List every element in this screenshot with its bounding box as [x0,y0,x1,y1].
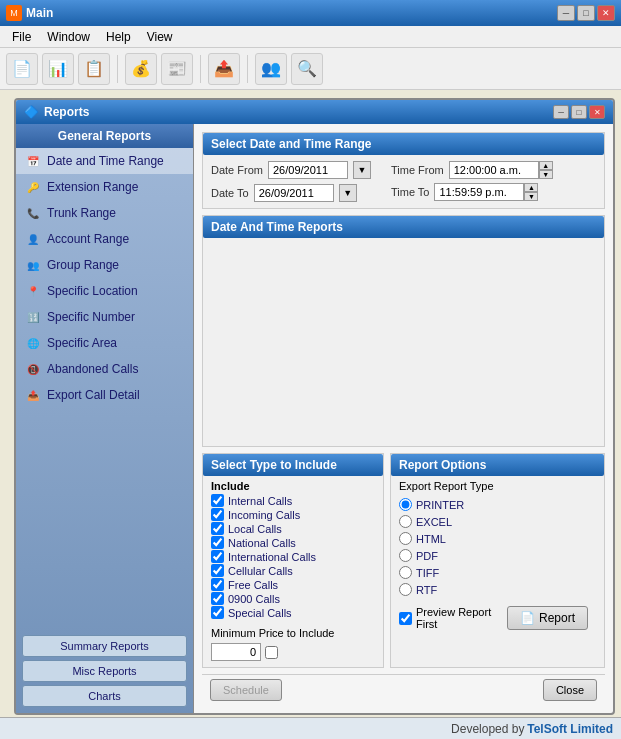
brand-text: TelSoft Limited [527,722,613,736]
sidebar-item-extension[interactable]: 🔑 Extension Range [16,174,193,200]
toolbar-users-icon[interactable]: 👥 [255,53,287,85]
toolbar-separator-3 [247,55,248,83]
radio-excel-input[interactable] [399,515,412,528]
time-from-input[interactable] [449,161,539,179]
internal-calls-checkbox[interactable] [211,494,224,507]
radio-tiff-input[interactable] [399,566,412,579]
select-type-header: Select Type to Include [203,454,383,476]
min-price-checkbox[interactable] [265,646,278,659]
schedule-button[interactable]: Schedule [210,679,282,701]
radio-tiff: TIFF [399,566,596,579]
charts-btn[interactable]: Charts [22,685,187,707]
report-btn-icon: 📄 [520,611,535,625]
reports-title-bar: 🔷 Reports ─ □ ✕ [16,100,613,124]
report-button[interactable]: 📄 Report [507,606,588,630]
reports-close[interactable]: ✕ [589,105,605,119]
national-calls-checkbox[interactable] [211,536,224,549]
reports-title: Reports [44,105,89,119]
sidebar-item-specific-area[interactable]: 🌐 Specific Area [16,330,193,356]
sidebar-item-export[interactable]: 📤 Export Call Detail [16,382,193,408]
radio-rtf-input[interactable] [399,583,412,596]
toolbar-news-icon[interactable]: 📰 [161,53,193,85]
maximize-button[interactable]: □ [577,5,595,21]
close-button-bottom[interactable]: Close [543,679,597,701]
local-calls-label: Local Calls [228,523,282,535]
summary-reports-btn[interactable]: Summary Reports [22,635,187,657]
date-to-picker[interactable]: ▼ [339,184,357,202]
0900-calls-checkbox[interactable] [211,592,224,605]
toolbar-search-icon[interactable]: 🔍 [291,53,323,85]
menu-view[interactable]: View [139,28,181,46]
time-from-up[interactable]: ▲ [539,161,553,170]
sidebar-item-date-time-label: Date and Time Range [47,154,164,168]
radio-list: PRINTER EXCEL HTML PDF [391,494,604,600]
time-to-up[interactable]: ▲ [524,183,538,192]
sidebar-item-group[interactable]: 👥 Group Range [16,252,193,278]
date-range-section: Select Date and Time Range Date From ▼ D… [202,132,605,209]
min-price-input[interactable] [211,643,261,661]
date-from-label: Date From [211,164,263,176]
time-to-input[interactable] [434,183,524,201]
menu-help[interactable]: Help [98,28,139,46]
national-calls-label: National Calls [228,537,296,549]
checkbox-list: Internal Calls Incoming Calls Local Call… [203,494,383,623]
time-to-down[interactable]: ▼ [524,192,538,201]
group-icon: 👥 [24,256,42,274]
checkbox-0900: 0900 Calls [211,592,375,605]
date-from-input[interactable] [268,161,348,179]
window-icon: M [6,5,22,21]
toolbar-report-icon[interactable]: 📋 [78,53,110,85]
date-time-reports-section: Date And Time Reports [202,215,605,447]
free-calls-checkbox[interactable] [211,578,224,591]
toolbar-chart-icon[interactable]: 📊 [42,53,74,85]
preview-checkbox[interactable] [399,612,412,625]
date-from-picker[interactable]: ▼ [353,161,371,179]
toolbar-copy-icon[interactable]: 📄 [6,53,38,85]
time-section: Time From ▲ ▼ Time To [391,161,553,201]
special-calls-label: Special Calls [228,607,292,619]
international-calls-checkbox[interactable] [211,550,224,563]
time-from-spin: ▲ ▼ [539,161,553,179]
incoming-calls-checkbox[interactable] [211,508,224,521]
sidebar-item-account[interactable]: 👤 Account Range [16,226,193,252]
min-price-row: Minimum Price to Include [203,623,383,643]
checkbox-international: International Calls [211,550,375,563]
reports-maximize[interactable]: □ [571,105,587,119]
cellular-calls-checkbox[interactable] [211,564,224,577]
sidebar-item-location[interactable]: 📍 Specific Location [16,278,193,304]
sidebar-item-trunk[interactable]: 📞 Trunk Range [16,200,193,226]
incoming-calls-label: Incoming Calls [228,509,300,521]
radio-html-input[interactable] [399,532,412,545]
minimize-button[interactable]: ─ [557,5,575,21]
date-to-input[interactable] [254,184,334,202]
title-bar: M Main ─ □ ✕ [0,0,621,26]
radio-printer-input[interactable] [399,498,412,511]
select-type-section: Select Type to Include Include Internal … [202,453,384,668]
sidebar-item-date-time[interactable]: 📅 Date and Time Range [16,148,193,174]
time-from-down[interactable]: ▼ [539,170,553,179]
title-bar-controls: ─ □ ✕ [557,5,615,21]
specific-number-icon: 🔢 [24,308,42,326]
toolbar-export-icon[interactable]: 📤 [208,53,240,85]
checkbox-national: National Calls [211,536,375,549]
menu-window[interactable]: Window [39,28,98,46]
menu-file[interactable]: File [4,28,39,46]
cellular-calls-label: Cellular Calls [228,565,293,577]
special-calls-checkbox[interactable] [211,606,224,619]
close-button[interactable]: ✕ [597,5,615,21]
radio-printer: PRINTER [399,498,596,511]
sidebar-item-specific-number[interactable]: 🔢 Specific Number [16,304,193,330]
radio-html-label: HTML [416,533,446,545]
developed-by-text: Developed by [451,722,524,736]
internal-calls-label: Internal Calls [228,495,292,507]
time-to-spin: ▲ ▼ [524,183,538,201]
report-btn-label: Report [539,611,575,625]
misc-reports-btn[interactable]: Misc Reports [22,660,187,682]
local-calls-checkbox[interactable] [211,522,224,535]
sidebar-item-account-label: Account Range [47,232,129,246]
toolbar-money-icon[interactable]: 💰 [125,53,157,85]
sidebar-item-extension-label: Extension Range [47,180,138,194]
sidebar-item-abandoned[interactable]: 📵 Abandoned Calls [16,356,193,382]
radio-pdf-input[interactable] [399,549,412,562]
reports-minimize[interactable]: ─ [553,105,569,119]
